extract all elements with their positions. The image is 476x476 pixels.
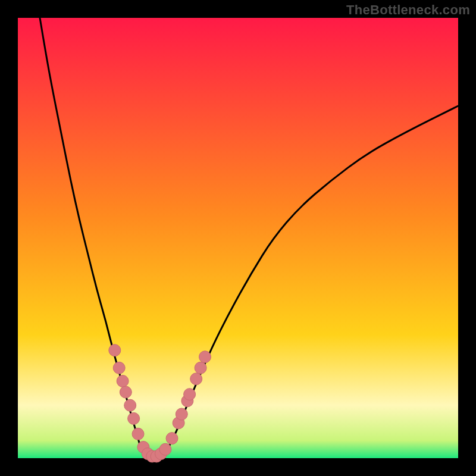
data-marker	[132, 428, 144, 440]
data-marker	[199, 351, 211, 363]
data-marker	[184, 389, 196, 400]
data-marker	[113, 362, 125, 374]
watermark-text: TheBottleneck.com	[346, 2, 470, 18]
chart-canvas	[18, 18, 458, 458]
data-marker	[124, 399, 136, 411]
data-marker	[159, 443, 171, 455]
data-marker	[120, 386, 131, 398]
data-marker	[128, 412, 140, 424]
data-marker	[190, 373, 202, 385]
outer-frame: TheBottleneck.com	[0, 0, 476, 476]
data-marker	[166, 433, 178, 444]
data-marker	[117, 375, 129, 387]
data-marker	[176, 408, 187, 420]
data-marker	[109, 345, 121, 356]
data-marker	[195, 362, 206, 374]
